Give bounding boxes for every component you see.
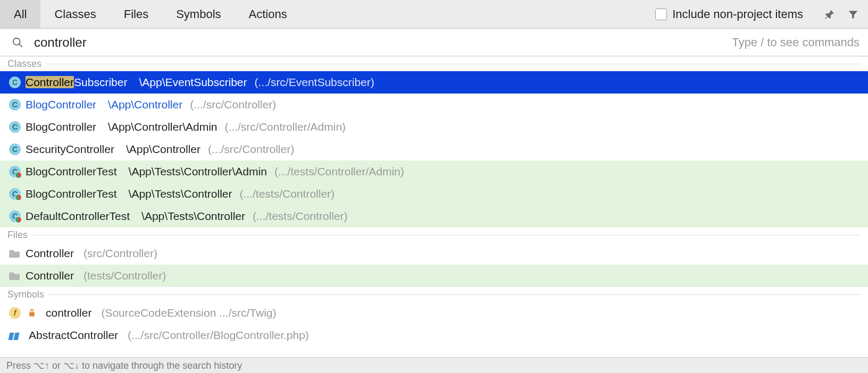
tab-symbols[interactable]: Symbols [162, 0, 235, 28]
section-label: Symbols [7, 289, 44, 300]
class-icon: C [9, 76, 21, 89]
section-label: Classes [7, 58, 41, 70]
search-icon [12, 37, 23, 48]
result-row[interactable]: CBlogControllerTest\App\Tests\Controller… [0, 160, 868, 183]
result-row[interactable]: CBlogController\App\Controller\Admin(...… [0, 116, 868, 138]
test-class-icon: C [9, 188, 21, 200]
abstract-icon [9, 329, 21, 342]
result-row[interactable]: fcontroller(SourceCodeExtension .../src/… [0, 302, 868, 324]
search-bar: Type / to see commands [0, 29, 868, 56]
pin-icon[interactable] [823, 8, 836, 21]
tab-bar: All Classes Files Symbols Actions Includ… [0, 0, 868, 29]
result-row[interactable]: AbstractController(.../src/Controller/Bl… [0, 324, 868, 346]
field-icon: f [9, 307, 21, 319]
include-nonproject-label: Include non-project items [672, 7, 803, 21]
svg-line-1 [19, 44, 22, 47]
class-icon: C [9, 143, 21, 156]
result-row[interactable]: CDefaultControllerTest\App\Tests\Control… [0, 205, 868, 227]
section-label: Files [7, 230, 28, 241]
search-hint: Type / to see commands [732, 36, 859, 49]
test-class-icon: C [9, 165, 21, 178]
section-header-symbols: Symbols [0, 287, 868, 302]
filter-icon[interactable] [847, 8, 859, 21]
section-header-files: Files [0, 227, 868, 242]
lock-icon [26, 307, 38, 319]
test-class-icon: C [9, 210, 21, 223]
tab-files[interactable]: Files [110, 0, 162, 28]
result-row[interactable]: CBlogController\App\Controller(.../src/C… [0, 94, 868, 116]
footer-hint: Press ⌥↑ or ⌥↓ to navigate through the s… [0, 357, 868, 373]
result-row[interactable]: CBlogControllerTest\App\Tests\Controller… [0, 183, 868, 205]
class-icon: C [9, 98, 21, 111]
result-row[interactable]: CControllerSubscriber\App\EventSubscribe… [0, 71, 868, 94]
result-row[interactable]: Controller(src/Controller) [0, 242, 868, 265]
tab-classes[interactable]: Classes [40, 0, 110, 28]
result-row[interactable]: CSecurityController\App\Controller(.../s… [0, 138, 868, 160]
tab-all[interactable]: All [0, 0, 40, 28]
section-header-classes: Classes [0, 56, 868, 71]
folder-icon [9, 247, 21, 260]
class-icon: C [9, 121, 21, 133]
include-nonproject-checkbox[interactable] [655, 9, 667, 20]
tab-actions[interactable]: Actions [235, 0, 301, 28]
svg-point-0 [13, 38, 20, 45]
result-row[interactable]: Controller(tests/Controller) [0, 265, 868, 287]
results-area: Classes CControllerSubscriber\App\EventS… [0, 56, 868, 357]
search-input[interactable] [34, 35, 732, 50]
folder-icon [9, 269, 21, 282]
